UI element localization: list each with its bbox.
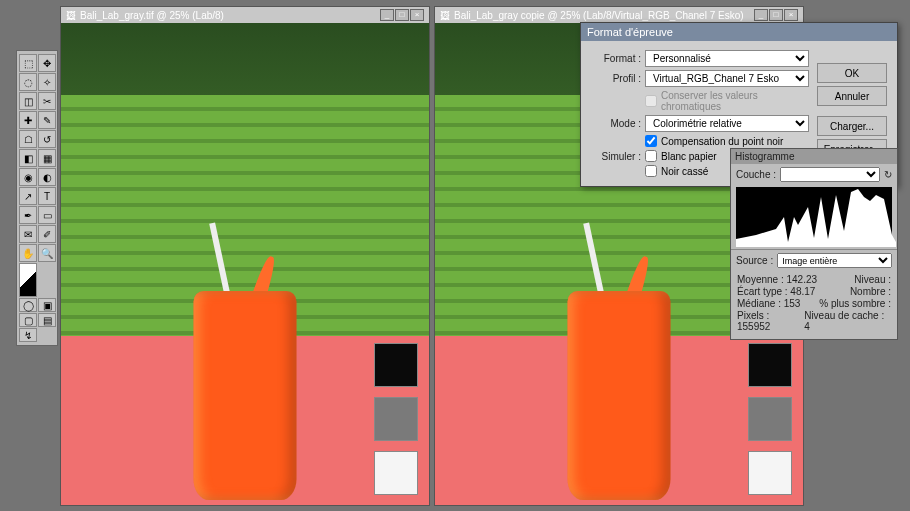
swatch-black — [374, 343, 418, 387]
screen-mode-2[interactable]: ▢ — [19, 313, 37, 327]
marquee-tool[interactable]: ⬚ — [19, 54, 37, 72]
doc-icon: 🖼 — [66, 10, 76, 21]
noir-casse-checkbox[interactable] — [645, 165, 657, 177]
profil-label: Profil : — [589, 73, 641, 84]
doc-icon: 🖼 — [440, 10, 450, 21]
conserve-checkbox[interactable] — [645, 95, 657, 107]
wand-tool[interactable]: ✧ — [38, 73, 56, 91]
eraser-tool[interactable]: ◧ — [19, 149, 37, 167]
swatch-stack — [374, 343, 418, 495]
slice-tool[interactable]: ✂ — [38, 92, 56, 110]
doc1-titlebar[interactable]: 🖼 Bali_Lab_gray.tif @ 25% (Lab/8) _ □ × — [61, 7, 429, 23]
histogram-stats: Moyenne : 142.23Niveau : Écart type : 48… — [731, 271, 897, 339]
compensation-label: Compensation du point noir — [661, 136, 783, 147]
doc1-title-text: Bali_Lab_gray.tif @ 25% (Lab/8) — [80, 10, 224, 21]
mode-label: Mode : — [589, 118, 641, 129]
blanc-papier-checkbox[interactable] — [645, 150, 657, 162]
notes-tool[interactable]: ✉ — [19, 225, 37, 243]
source-select[interactable]: Image entière — [777, 253, 892, 268]
couche-select[interactable] — [780, 167, 880, 182]
annuler-button[interactable]: Annuler — [817, 86, 887, 106]
profil-select[interactable]: Virtual_RGB_Chanel 7 Esko — [645, 70, 809, 87]
simuler-label: Simuler : — [589, 151, 641, 162]
path-tool[interactable]: ↗ — [19, 187, 37, 205]
stamp-tool[interactable]: ☖ — [19, 130, 37, 148]
doc1-canvas[interactable] — [61, 23, 429, 505]
swatch-black — [748, 343, 792, 387]
eyedropper-tool[interactable]: ✐ — [38, 225, 56, 243]
charger-button[interactable]: Charger... — [817, 116, 887, 136]
panel-title[interactable]: Histogramme — [731, 149, 897, 164]
crop-tool[interactable]: ◫ — [19, 92, 37, 110]
format-label: Format : — [589, 53, 641, 64]
swatch-stack — [748, 343, 792, 495]
swatch-white — [374, 451, 418, 495]
close-icon[interactable]: × — [410, 9, 424, 21]
noir-label: Noir cassé — [661, 166, 708, 177]
swatch-gray — [374, 397, 418, 441]
dialog-title[interactable]: Format d'épreuve — [581, 23, 897, 41]
minimize-icon[interactable]: _ — [754, 9, 768, 21]
hand-tool[interactable]: ✋ — [19, 244, 37, 262]
heal-tool[interactable]: ✚ — [19, 111, 37, 129]
image-ready[interactable]: ↯ — [19, 328, 37, 342]
histogram-graph — [736, 187, 892, 247]
refresh-icon[interactable]: ↻ — [884, 169, 892, 180]
source-label: Source : — [736, 255, 773, 266]
histogram-panel: Histogramme Couche : ↻ Source : Image en… — [730, 148, 898, 340]
color-swatch[interactable] — [19, 263, 37, 297]
format-select[interactable]: Personnalisé — [645, 50, 809, 67]
couche-label: Couche : — [736, 169, 776, 180]
zoom-tool[interactable]: 🔍 — [38, 244, 56, 262]
lasso-tool[interactable]: ◌ — [19, 73, 37, 91]
blur-tool[interactable]: ◉ — [19, 168, 37, 186]
mode-select[interactable]: Colorimétrie relative — [645, 115, 809, 132]
conserve-label: Conserver les valeurs chromatiques — [661, 90, 809, 112]
toolbox: ⬚ ✥ ◌ ✧ ◫ ✂ ✚ ✎ ☖ ↺ ◧ ▦ ◉ ◐ ↗ T ✒ ▭ ✉ ✐ … — [16, 50, 58, 346]
mask-mode[interactable]: ◯ — [19, 298, 37, 312]
ok-button[interactable]: OK — [817, 63, 887, 83]
doc2-titlebar[interactable]: 🖼 Bali_Lab_gray copie @ 25% (Lab/8/Virtu… — [435, 7, 803, 23]
minimize-icon[interactable]: _ — [380, 9, 394, 21]
gradient-tool[interactable]: ▦ — [38, 149, 56, 167]
move-tool[interactable]: ✥ — [38, 54, 56, 72]
compensation-checkbox[interactable] — [645, 135, 657, 147]
brush-tool[interactable]: ✎ — [38, 111, 56, 129]
shape-tool[interactable]: ▭ — [38, 206, 56, 224]
history-brush[interactable]: ↺ — [38, 130, 56, 148]
maximize-icon[interactable]: □ — [395, 9, 409, 21]
document-window-1: 🖼 Bali_Lab_gray.tif @ 25% (Lab/8) _ □ × — [60, 6, 430, 506]
svg-marker-0 — [736, 189, 896, 247]
type-tool[interactable]: T — [38, 187, 56, 205]
dodge-tool[interactable]: ◐ — [38, 168, 56, 186]
screen-mode-3[interactable]: ▤ — [38, 313, 56, 327]
swatch-gray — [748, 397, 792, 441]
maximize-icon[interactable]: □ — [769, 9, 783, 21]
pen-tool[interactable]: ✒ — [19, 206, 37, 224]
doc2-title-text: Bali_Lab_gray copie @ 25% (Lab/8/Virtual… — [454, 10, 744, 21]
close-icon[interactable]: × — [784, 9, 798, 21]
screen-mode[interactable]: ▣ — [38, 298, 56, 312]
swatch-white — [748, 451, 792, 495]
blanc-papier-label: Blanc papier — [661, 151, 717, 162]
